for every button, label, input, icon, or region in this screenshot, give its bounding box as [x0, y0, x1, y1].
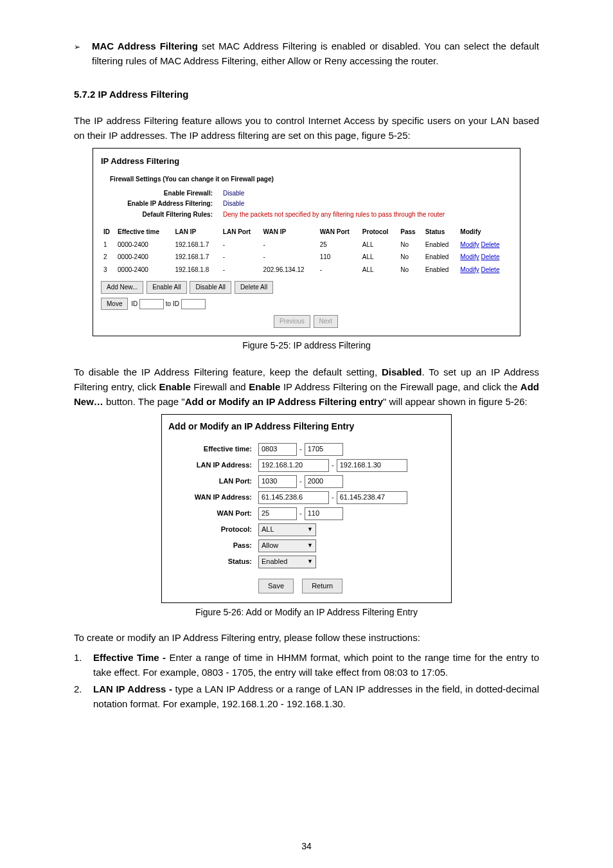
table-row: 30000-2400192.168.1.8-202.96.134.12-ALLN…	[101, 264, 512, 276]
figure-25-caption: Figure 5-25: IP address Filtering	[74, 339, 539, 353]
figure-ip-filtering: IP Address Filtering Firewall Settings (…	[93, 148, 520, 336]
list-number-1: 1.	[74, 650, 93, 680]
return-button[interactable]: Return	[302, 579, 342, 593]
panel-title: IP Address Filtering	[101, 155, 512, 168]
kv-value: Disable	[223, 188, 244, 199]
id-label: ID	[131, 300, 138, 307]
disable-all-button[interactable]: Disable All	[190, 281, 231, 294]
previous-button[interactable]: Previous	[274, 315, 310, 328]
list-number-2: 2.	[74, 682, 93, 712]
protocol-label: Protocol:	[168, 524, 258, 535]
lan-ip-label: LAN IP Address:	[168, 460, 258, 471]
wan-ip-label: WAN IP Address:	[168, 492, 258, 503]
section-heading: 5.7.2 IP Address Filtering	[74, 87, 539, 102]
settings-subheading: Firewall Settings (You can change it on …	[110, 174, 512, 185]
table-row: 20000-2400192.168.1.7--110ALLNoEnabled M…	[101, 251, 512, 264]
wan-port-to[interactable]: 110	[305, 507, 343, 520]
status-select[interactable]: Enabled▼	[258, 556, 316, 568]
modify-link[interactable]: Modify	[460, 241, 479, 248]
chevron-down-icon: ▼	[307, 541, 313, 550]
filter-table: IDEffective timeLAN IPLAN PortWAN IPWAN …	[101, 226, 512, 276]
dialog-title: Add or Modify an IP Address Filtering En…	[168, 420, 445, 434]
effective-time-label: Effective time:	[168, 444, 258, 455]
move-from-input[interactable]	[139, 299, 164, 309]
list-item-2: LAN IP Address - type a LAN IP Address o…	[93, 682, 539, 712]
kv-value: Disable	[223, 199, 244, 209]
delete-link[interactable]: Delete	[481, 266, 500, 273]
add-new-button[interactable]: Add New...	[101, 281, 143, 294]
figure-26-caption: Figure 5-26: Add or Modify an IP Address…	[74, 606, 539, 620]
to-id-label: to ID	[166, 300, 179, 307]
kv-label: Enable IP Address Filtering:	[110, 199, 223, 209]
status-label: Status:	[168, 556, 258, 567]
move-button[interactable]: Move	[101, 298, 128, 311]
lan-ip-from[interactable]: 192.168.1.20	[258, 459, 329, 472]
wan-ip-from[interactable]: 61.145.238.6	[258, 491, 329, 504]
lan-port-to[interactable]: 2000	[305, 475, 343, 488]
bullet-icon: ➢	[74, 39, 92, 53]
chevron-down-icon: ▼	[307, 525, 313, 534]
page-number: 34	[0, 840, 613, 854]
effective-time-from[interactable]: 0803	[258, 443, 297, 456]
wan-port-label: WAN Port:	[168, 508, 258, 519]
modify-link[interactable]: Modify	[460, 266, 479, 273]
lan-ip-to[interactable]: 192.168.1.30	[337, 459, 407, 472]
figure-add-modify-entry: Add or Modify an IP Address Filtering En…	[161, 414, 452, 603]
protocol-select[interactable]: ALL▼	[258, 523, 316, 536]
modify-link[interactable]: Modify	[460, 253, 479, 260]
kv-label: Enable Firewall:	[110, 188, 223, 199]
bullet-mac-filtering: MAC Address Filtering set MAC Address Fi…	[92, 39, 539, 69]
mid-paragraph: To disable the IP Address Filtering feat…	[74, 365, 539, 410]
instructions-lead: To create or modify an IP Address Filter…	[74, 630, 539, 645]
pass-label: Pass:	[168, 540, 258, 551]
lan-port-label: LAN Port:	[168, 476, 258, 487]
effective-time-to[interactable]: 1705	[305, 443, 343, 456]
kv-value: Deny the packets not specified by any fi…	[223, 210, 445, 220]
delete-link[interactable]: Delete	[481, 241, 500, 248]
wan-port-from[interactable]: 25	[258, 507, 297, 520]
delete-all-button[interactable]: Delete All	[235, 281, 273, 294]
pass-select[interactable]: Allow▼	[258, 539, 316, 552]
next-button[interactable]: Next	[314, 315, 339, 328]
delete-link[interactable]: Delete	[481, 253, 500, 260]
kv-label: Default Filtering Rules:	[110, 210, 223, 220]
lan-port-from[interactable]: 1030	[258, 475, 297, 488]
enable-all-button[interactable]: Enable All	[147, 281, 186, 294]
wan-ip-to[interactable]: 61.145.238.47	[337, 491, 407, 504]
move-to-input[interactable]	[181, 299, 206, 309]
list-item-1: Effective Time - Enter a range of time i…	[93, 650, 539, 680]
save-button[interactable]: Save	[258, 579, 294, 593]
table-row: 10000-2400192.168.1.7--25ALLNoEnabled Mo…	[101, 239, 512, 251]
intro-paragraph: The IP address Filtering feature allows …	[74, 113, 539, 143]
table-header: IDEffective timeLAN IPLAN PortWAN IPWAN …	[101, 226, 512, 239]
chevron-down-icon: ▼	[307, 557, 313, 566]
